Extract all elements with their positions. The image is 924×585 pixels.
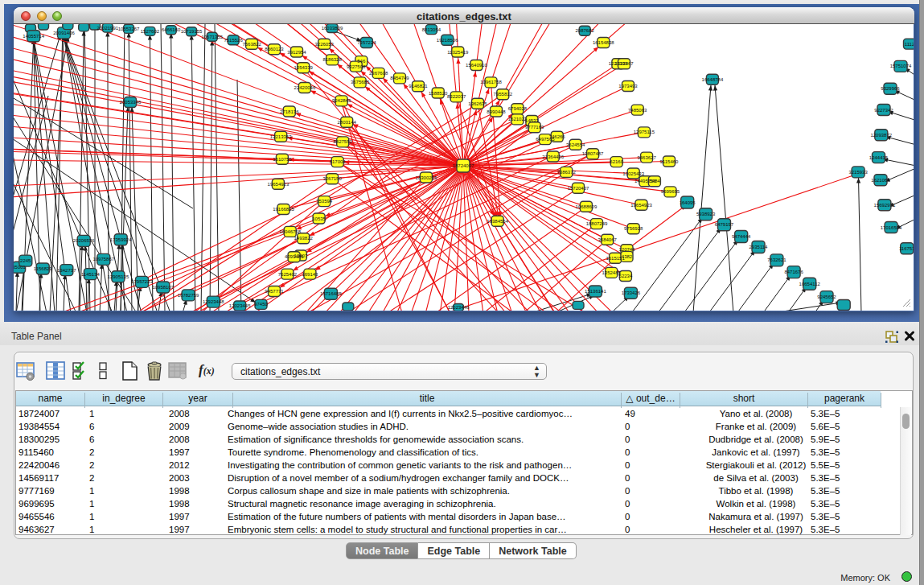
svg-text:12923448: 12923448 xyxy=(203,299,224,304)
svg-text:15751074: 15751074 xyxy=(890,64,912,68)
svg-text:3267150: 3267150 xyxy=(322,176,342,181)
svg-text:5484: 5484 xyxy=(649,179,660,183)
svg-text:2935114: 2935114 xyxy=(749,245,769,249)
svg-text:35001: 35001 xyxy=(14,265,27,270)
svg-text:19166825: 19166825 xyxy=(273,207,294,212)
svg-text:52234: 52234 xyxy=(619,274,633,278)
svg-text:19654923: 19654923 xyxy=(630,203,652,208)
svg-text:7563822: 7563822 xyxy=(242,42,261,47)
svg-text:18807249: 18807249 xyxy=(586,221,608,226)
svg-text:1054339: 1054339 xyxy=(294,65,314,70)
svg-text:18300295: 18300295 xyxy=(416,175,437,180)
svg-text:3226053: 3226053 xyxy=(315,42,335,47)
svg-text:97450: 97450 xyxy=(254,302,268,307)
svg-text:16154838: 16154838 xyxy=(593,40,614,45)
svg-text:8990448: 8990448 xyxy=(487,109,506,114)
svg-text:1513467: 1513467 xyxy=(614,61,634,66)
svg-text:7357224: 7357224 xyxy=(357,40,376,45)
svg-text:9474444: 9474444 xyxy=(732,234,751,239)
svg-text:10975867: 10975867 xyxy=(92,257,114,262)
svg-text:1733426: 1733426 xyxy=(622,290,641,295)
svg-text:62160: 62160 xyxy=(610,159,623,164)
svg-text:617004: 617004 xyxy=(330,159,347,164)
svg-text:8322037: 8322037 xyxy=(447,94,466,99)
svg-text:1362635: 1362635 xyxy=(468,101,487,106)
svg-text:169143: 169143 xyxy=(302,272,318,277)
svg-text:9463627: 9463627 xyxy=(637,155,656,160)
svg-text:116753: 116753 xyxy=(899,246,914,251)
svg-text:1342737: 1342737 xyxy=(57,268,76,273)
svg-text:19218506: 19218506 xyxy=(437,38,458,43)
svg-text:7625402: 7625402 xyxy=(278,272,298,277)
svg-text:1145134: 1145134 xyxy=(81,272,101,277)
svg-text:10688609: 10688609 xyxy=(576,204,598,209)
svg-text:16782759: 16782759 xyxy=(178,293,199,298)
svg-text:17016504: 17016504 xyxy=(881,225,902,230)
svg-text:10535: 10535 xyxy=(312,216,326,221)
svg-text:9245652: 9245652 xyxy=(817,295,836,299)
svg-text:8660123: 8660123 xyxy=(265,47,284,51)
svg-text:10961758: 10961758 xyxy=(480,80,502,84)
svg-text:1156829: 1156829 xyxy=(34,266,53,271)
svg-text:10719155: 10719155 xyxy=(181,29,203,34)
svg-text:2245: 2245 xyxy=(20,258,31,263)
svg-text:14533: 14533 xyxy=(525,118,539,123)
svg-text:164095: 164095 xyxy=(680,200,696,205)
svg-text:12023445: 12023445 xyxy=(229,303,251,308)
svg-text:10553267: 10553267 xyxy=(118,27,140,31)
svg-text:1588520: 1588520 xyxy=(429,91,448,96)
svg-text:12975115: 12975115 xyxy=(634,130,655,134)
svg-text:15716485: 15716485 xyxy=(320,291,342,296)
svg-text:9115460: 9115460 xyxy=(660,159,680,164)
svg-text:2803144: 2803144 xyxy=(338,120,357,125)
svg-text:546: 546 xyxy=(357,59,366,64)
svg-text:10671355: 10671355 xyxy=(201,35,223,39)
svg-text:19384554: 19384554 xyxy=(487,219,508,224)
svg-text:9457771: 9457771 xyxy=(265,289,284,294)
svg-text:3624554: 3624554 xyxy=(566,142,585,147)
svg-text:18724007: 18724007 xyxy=(453,163,474,168)
svg-text:10025433: 10025433 xyxy=(622,171,644,176)
svg-text:8471676: 8471676 xyxy=(784,270,803,274)
svg-text:8427552: 8427552 xyxy=(334,139,353,144)
svg-text:2087682: 2087682 xyxy=(576,28,595,33)
svg-text:17957223: 17957223 xyxy=(131,279,153,284)
svg-text:6794028: 6794028 xyxy=(508,106,528,111)
svg-text:7386372: 7386372 xyxy=(557,170,577,175)
svg-text:1973493: 1973493 xyxy=(618,84,638,89)
svg-text:6479197: 6479197 xyxy=(715,222,734,227)
svg-text:9756928: 9756928 xyxy=(624,226,643,231)
svg-text:5938923: 5938923 xyxy=(696,212,716,216)
svg-text:8186328: 8186328 xyxy=(322,57,342,62)
svg-text:9777169: 9777169 xyxy=(525,125,544,130)
svg-text:3912954: 3912954 xyxy=(287,50,306,55)
svg-text:9227342: 9227342 xyxy=(874,108,893,113)
svg-text:353594: 353594 xyxy=(316,199,333,204)
svg-text:8813054: 8813054 xyxy=(422,27,441,32)
svg-text:7955812: 7955812 xyxy=(494,92,513,97)
svg-text:10807487: 10807487 xyxy=(582,151,604,156)
svg-text:1244415: 1244415 xyxy=(869,155,889,160)
svg-text:3684067: 3684067 xyxy=(598,237,618,242)
svg-text:11325419: 11325419 xyxy=(447,50,469,55)
svg-text:20206576: 20206576 xyxy=(73,238,95,243)
svg-text:1610755: 1610755 xyxy=(273,157,292,162)
svg-text:12023446: 12023446 xyxy=(448,305,470,310)
svg-text:3215933: 3215933 xyxy=(848,170,868,175)
svg-text:7632621: 7632621 xyxy=(767,257,786,262)
svg-text:17359924: 17359924 xyxy=(110,237,132,242)
svg-text:1493822: 1493822 xyxy=(294,236,314,241)
svg-text:6466160: 6466160 xyxy=(162,27,181,32)
svg-text:12213363: 12213363 xyxy=(270,134,292,139)
svg-text:120746: 120746 xyxy=(618,247,635,252)
svg-text:15640910: 15640910 xyxy=(466,63,487,68)
svg-text:1621064: 1621064 xyxy=(871,178,890,183)
svg-text:21364436: 21364436 xyxy=(542,154,564,159)
svg-text:1527602: 1527602 xyxy=(141,29,160,34)
svg-text:20021991: 20021991 xyxy=(97,26,118,31)
svg-text:9242845: 9242845 xyxy=(332,98,351,103)
svg-text:20091406: 20091406 xyxy=(53,31,75,35)
svg-text:14055714: 14055714 xyxy=(23,34,44,39)
svg-text:10046758: 10046758 xyxy=(279,229,301,234)
svg-text:22420046: 22420046 xyxy=(294,85,316,90)
